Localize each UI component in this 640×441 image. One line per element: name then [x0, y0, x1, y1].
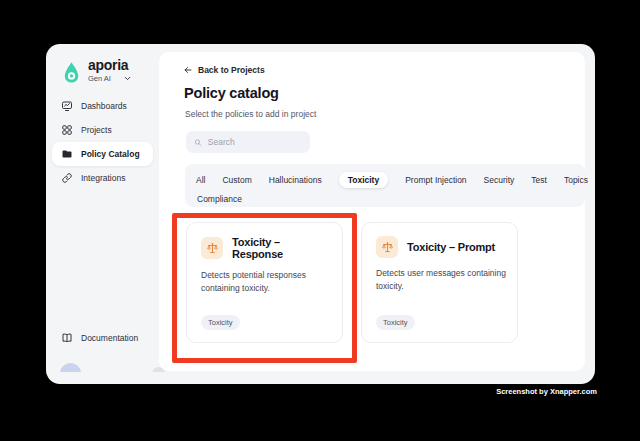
sidebar-item-integrations[interactable]: Integrations [52, 166, 153, 190]
back-link-label: Back to Projects [198, 65, 265, 75]
search-icon [194, 138, 202, 147]
page-subtitle: Select the policies to add in project [185, 109, 316, 119]
card-title: Toxicity – Prompt [407, 241, 495, 253]
sidebar-item-projects[interactable]: Projects [52, 118, 153, 142]
tab-custom[interactable]: Custom [222, 175, 251, 185]
folder-icon [61, 148, 73, 160]
app-window: aporia Gen AI Dashboa [46, 44, 595, 384]
scales-icon [376, 236, 398, 258]
back-to-projects-link[interactable]: Back to Projects [183, 65, 265, 75]
sidebar-item-documentation[interactable]: Documentation [52, 326, 153, 350]
watermark-label: Screenshot by Xnapper.com [496, 387, 597, 396]
main-panel: Back to Projects Policy catalog Select t… [159, 52, 585, 371]
sidebar: aporia Gen AI Dashboa [46, 44, 159, 384]
card-header: Toxicity – Prompt [376, 236, 503, 258]
avatar[interactable] [60, 363, 81, 372]
card-title: Toxicity – Response [232, 236, 328, 260]
search-box[interactable] [186, 131, 310, 153]
sidebar-item-dashboards[interactable]: Dashboards [52, 94, 153, 118]
filter-tabs-row2: Compliance [196, 190, 574, 207]
user-avatar-clip [60, 363, 84, 372]
sidebar-item-label: Documentation [81, 333, 138, 343]
tab-topics[interactable]: Topics [564, 175, 588, 185]
sidebar-item-label: Projects [81, 125, 112, 135]
card-header: Toxicity – Response [201, 236, 328, 260]
sidebar-item-label: Policy Catalog [81, 149, 140, 159]
dashboard-icon [61, 100, 73, 112]
filter-tabs-row1: All Custom Hallucinations Toxicity Promp… [196, 169, 574, 190]
screenshot-stage: aporia Gen AI Dashboa [0, 0, 640, 441]
tab-prompt-injection[interactable]: Prompt Injection [405, 175, 466, 185]
search-input[interactable] [208, 137, 302, 147]
card-tag: Toxicity [376, 315, 415, 330]
page-title: Policy catalog [184, 85, 279, 101]
book-icon [61, 332, 73, 344]
card-description: Detects user messages containing toxicit… [376, 267, 508, 293]
tab-hallucinations[interactable]: Hallucinations [269, 175, 322, 185]
policy-card-toxicity-response[interactable]: Toxicity – Response Detects potential re… [186, 222, 343, 343]
card-tag: Toxicity [201, 315, 240, 330]
arrow-left-icon [183, 65, 193, 75]
chevron-down-icon [123, 74, 132, 83]
tab-compliance[interactable]: Compliance [197, 194, 242, 204]
workspace-switcher[interactable]: Gen AI [88, 74, 132, 83]
tab-security[interactable]: Security [484, 175, 515, 185]
card-description: Detects potential responses containing t… [201, 269, 333, 295]
sidebar-nav: Dashboards Projects Policy Catalog [52, 94, 153, 190]
projects-grid-icon [61, 124, 73, 136]
sidebar-item-policy-catalog[interactable]: Policy Catalog [52, 142, 153, 166]
scales-icon [201, 237, 223, 259]
policy-card-toxicity-prompt[interactable]: Toxicity – Prompt Detects user messages … [361, 222, 518, 343]
tab-test[interactable]: Test [531, 175, 547, 185]
sidebar-item-label: Integrations [81, 173, 125, 183]
policy-cards: Toxicity – Response Detects potential re… [186, 222, 518, 343]
brand-logo: aporia Gen AI [62, 58, 132, 87]
brand-name: aporia [88, 58, 132, 73]
tab-toxicity[interactable]: Toxicity [339, 172, 389, 188]
workspace-name: Gen AI [88, 74, 111, 83]
tab-all[interactable]: All [196, 175, 205, 185]
aporia-droplet-icon [62, 60, 81, 87]
sidebar-item-label: Dashboards [81, 101, 127, 111]
link-icon [61, 172, 73, 184]
filter-tabs: All Custom Hallucinations Toxicity Promp… [185, 164, 585, 207]
